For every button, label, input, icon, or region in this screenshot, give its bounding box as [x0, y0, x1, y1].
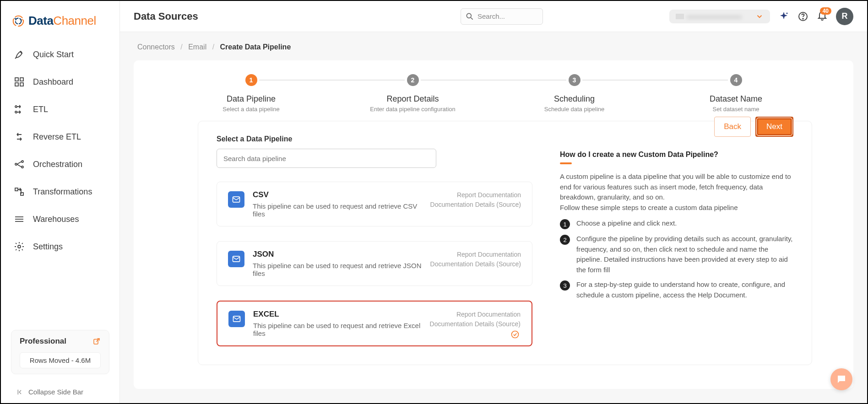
sidebar-item-quickstart[interactable]: Quick Start: [5, 41, 115, 68]
panel: Select a Data Pipeline CSV This pipeline…: [198, 121, 812, 365]
step-label: Report Details: [332, 94, 494, 104]
sidebar-label: Dashboard: [33, 77, 73, 87]
sparkle-icon[interactable]: [778, 11, 789, 22]
sidebar-item-transformations[interactable]: Transformations: [5, 178, 115, 205]
help-step: Configure the pipeline by providing deta…: [576, 234, 793, 275]
svg-point-9: [15, 111, 17, 113]
stepper: 1 Data Pipeline Select a data pipeline 2…: [134, 60, 853, 389]
sidebar-item-reverse-etl[interactable]: Reverse ETL: [5, 123, 115, 151]
pipeline-doc-link[interactable]: Documentation Details (Source): [430, 259, 521, 269]
pipeline-title: CSV: [253, 190, 422, 199]
breadcrumb: Connectors / Email / Create Data Pipelin…: [120, 32, 867, 56]
plan-card: Professional Rows Moved - 4.6M: [11, 330, 109, 374]
pipeline-doc-link[interactable]: Report Documentation: [430, 250, 521, 259]
svg-rect-4: [15, 78, 18, 81]
sidebar-label: Transformations: [33, 187, 92, 197]
breadcrumb-email[interactable]: Email: [188, 43, 206, 51]
step-4[interactable]: 4 Dataset Name Set dataset name: [655, 74, 817, 113]
svg-point-26: [803, 18, 803, 19]
etl-icon: [14, 104, 25, 115]
org-name: ————————: [687, 12, 742, 20]
svg-point-2: [15, 18, 16, 19]
step-label: Data Pipeline: [170, 94, 332, 104]
svg-point-8: [15, 106, 17, 108]
search-icon: [465, 12, 474, 21]
collapse-icon: [16, 388, 24, 396]
svg-point-0: [13, 16, 23, 26]
svg-rect-23: [676, 14, 684, 19]
step-label: Scheduling: [494, 94, 655, 104]
pipeline-desc: This pipeline can be used to request and…: [253, 202, 422, 218]
pipeline-card-json[interactable]: JSON This pipeline can be used to reques…: [217, 241, 532, 286]
sidebar-label: Reverse ETL: [33, 132, 81, 142]
help-step: For a step-by-step guide to understand h…: [576, 280, 793, 300]
collapse-label: Collapse Side Bar: [28, 388, 83, 396]
breadcrumb-current: Create Data Pipeline: [220, 43, 291, 51]
pipeline-doc-link[interactable]: Report Documentation: [430, 310, 521, 319]
step-number: 2: [407, 74, 419, 86]
transformations-icon: [14, 186, 25, 197]
svg-point-10: [15, 163, 17, 165]
external-link-icon[interactable]: [92, 337, 101, 345]
next-button[interactable]: Next: [757, 118, 792, 135]
help-underline: [560, 162, 572, 164]
step-sub: Schedule data pipeline: [494, 106, 655, 113]
breadcrumb-connectors[interactable]: Connectors: [137, 43, 175, 51]
sidebar-item-orchestration[interactable]: Orchestration: [5, 151, 115, 178]
avatar-initial: R: [842, 11, 848, 21]
step-bullet: 2: [560, 235, 570, 245]
notifications-button[interactable]: 40: [817, 10, 828, 23]
svg-point-21: [467, 13, 471, 18]
sidebar-nav: Quick Start Dashboard ETL Reverse ETL Or…: [1, 41, 119, 325]
step-number: 1: [245, 74, 257, 86]
svg-rect-7: [20, 83, 23, 86]
step-number: 4: [730, 74, 742, 86]
avatar[interactable]: R: [836, 8, 853, 25]
step-label: Dataset Name: [655, 94, 817, 104]
pipeline-card-csv[interactable]: CSV This pipeline can be used to request…: [217, 182, 532, 226]
step-1[interactable]: 1 Data Pipeline Select a data pipeline: [170, 74, 332, 113]
svg-point-24: [787, 12, 788, 14]
topbar: Data Sources ————————: [120, 1, 867, 32]
chat-fab[interactable]: [830, 368, 852, 390]
svg-point-12: [22, 166, 23, 168]
svg-point-3: [22, 19, 23, 20]
svg-point-31: [840, 378, 841, 379]
svg-point-32: [841, 378, 842, 379]
email-icon: [228, 311, 245, 327]
plan-name: Professional: [20, 337, 66, 346]
sidebar-item-settings[interactable]: Settings: [5, 233, 115, 260]
pipeline-doc-link[interactable]: Documentation Details (Source): [430, 200, 521, 210]
brand-logo[interactable]: DataChannel: [1, 9, 119, 41]
sidebar-item-dashboard[interactable]: Dashboard: [5, 68, 115, 96]
help-icon[interactable]: [797, 11, 808, 22]
step-2[interactable]: 2 Report Details Enter data pipeline con…: [332, 74, 494, 113]
sidebar-label: Settings: [33, 242, 63, 252]
sidebar-item-etl[interactable]: ETL: [5, 96, 115, 123]
pipeline-card-excel[interactable]: EXCEL This pipeline can be used to reque…: [217, 301, 532, 346]
email-icon: [228, 251, 244, 267]
pipeline-doc-link[interactable]: Report Documentation: [430, 190, 521, 200]
svg-rect-5: [20, 78, 23, 81]
pipeline-search-input[interactable]: [217, 149, 436, 168]
chevron-down-icon: [755, 12, 764, 21]
pipeline-desc: This pipeline can be used to request and…: [253, 262, 422, 277]
panel-title: Select a Data Pipeline: [217, 135, 532, 143]
org-selector[interactable]: ————————: [669, 10, 770, 23]
collapse-sidebar-button[interactable]: Collapse Side Bar: [1, 379, 119, 399]
rocket-icon: [14, 49, 25, 60]
main: Data Sources ————————: [120, 1, 867, 403]
svg-point-11: [22, 161, 23, 162]
sidebar-item-warehouses[interactable]: Warehouses: [5, 205, 115, 233]
back-button[interactable]: Back: [714, 117, 751, 137]
help-paragraph: Follow these simple steps to create a cu…: [560, 203, 793, 213]
svg-point-1: [16, 18, 22, 24]
orchestration-icon: [14, 159, 25, 170]
pipeline-desc: This pipeline can be used to request and…: [253, 322, 422, 337]
pipeline-doc-link[interactable]: Documentation Details (Source): [430, 319, 521, 329]
flag-icon: [676, 14, 684, 19]
step-sub: Set dataset name: [655, 106, 817, 113]
email-icon: [228, 191, 244, 208]
step-3[interactable]: 3 Scheduling Schedule data pipeline: [494, 74, 655, 113]
gear-icon: [14, 241, 25, 252]
